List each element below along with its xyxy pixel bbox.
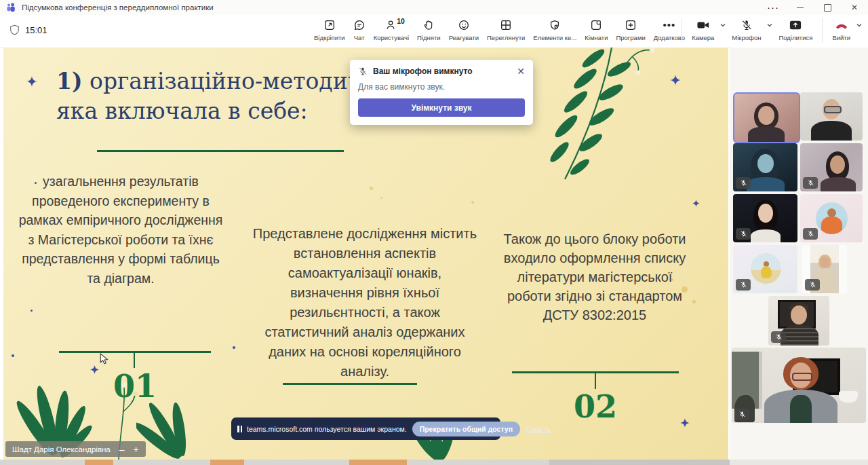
gold-speckle: [471, 201, 474, 204]
mic-muted-notification: Ваш мікрофон вимкнуто ✕ Для вас вимкнуто…: [350, 60, 533, 125]
pause-icon: [237, 426, 242, 432]
participant-tile-9[interactable]: [768, 296, 829, 346]
window-more-button[interactable]: ···: [760, 0, 787, 15]
hangup-icon: [834, 18, 849, 32]
slide-heading-number: 1): [56, 68, 83, 94]
glasses: [824, 106, 842, 113]
chat-icon: [353, 18, 366, 32]
maximize-icon: [824, 4, 831, 12]
mic-muted-badge: [736, 279, 751, 291]
unmute-button[interactable]: Увімкнути звук: [358, 98, 525, 117]
zoom-in-button[interactable]: +: [134, 445, 139, 454]
participant-tile-7[interactable]: [733, 245, 797, 293]
participant-tile-2[interactable]: [800, 92, 863, 141]
smiley-icon: [458, 18, 470, 32]
lamp: [839, 391, 858, 403]
participant-tile-6[interactable]: [800, 194, 863, 242]
share-screen-icon: [789, 18, 802, 32]
sparkle-dot: [233, 346, 235, 349]
notification-message: Для вас вимкнуто звук.: [358, 82, 525, 92]
mic-muted-badge: [803, 177, 818, 189]
meeting-toolbar: 15:01 Відкріпити Чат 10 Користува: [0, 15, 868, 48]
camera-chevron[interactable]: [719, 18, 726, 32]
toolbar-divider: [822, 18, 823, 43]
slide-column-2-text: Представлене дослідження містить встанов…: [252, 224, 478, 382]
stop-sharing-button[interactable]: Прекратить общий доступ: [412, 422, 520, 436]
slide-column-1-text: узагальнення результатів проведеного екс…: [14, 172, 227, 288]
camera-icon: [696, 18, 710, 32]
leave-chevron[interactable]: [856, 18, 863, 32]
sparkle-dot: [12, 354, 14, 357]
glasses: [792, 373, 812, 381]
zoom-out-button[interactable]: –: [119, 445, 125, 454]
breakout-rooms-icon: [590, 18, 602, 32]
participant-tile-3[interactable]: [733, 143, 797, 191]
sparkle-icon: [680, 418, 690, 428]
toolbar-item-apps[interactable]: Програми: [612, 18, 649, 41]
notification-close-button[interactable]: ✕: [517, 67, 525, 76]
sparkle-icon: [692, 200, 700, 207]
column-3-number: 02: [512, 388, 679, 425]
participant-tile-10[interactable]: [732, 348, 866, 423]
gold-speckle: [370, 187, 373, 190]
toolbar-item-raise-hand[interactable]: Підняти: [413, 18, 445, 41]
mouse-cursor: [99, 353, 108, 365]
participant-tile-5[interactable]: [733, 194, 797, 242]
window-maximize-button[interactable]: [814, 0, 841, 15]
leave-button[interactable]: Вийти: [828, 18, 854, 41]
mic-muted-badge: [734, 409, 749, 420]
participant-tile-1[interactable]: [733, 92, 800, 143]
participant-tile-8[interactable]: [802, 245, 847, 293]
toolbar-center-group: Відкріпити Чат 10 Користувачі Підняти: [310, 18, 689, 41]
slide-heading-line2: яка включала в себе:: [56, 98, 308, 124]
toolbar-item-control-elements[interactable]: Елементи ке...: [529, 18, 580, 41]
toolbar-item-people[interactable]: 10 Користувачі: [370, 18, 413, 41]
participant-tile-4[interactable]: [800, 143, 863, 191]
window-minimize-button[interactable]: [787, 0, 814, 15]
slide-column-3-text: Також до цього блоку роботи входило офор…: [496, 229, 694, 324]
toolbar-item-rooms[interactable]: Кімнати: [580, 18, 612, 41]
share-banner-text: teams.microsoft.com пользуется вашим экр…: [247, 425, 407, 433]
background-window-strip: [0, 460, 868, 465]
toolbar-item-chat[interactable]: Чат: [349, 18, 370, 41]
toolbar-item-view[interactable]: Переглянути: [483, 18, 529, 41]
toolbar-divider: [682, 18, 682, 43]
people-icon: 10: [385, 18, 397, 32]
presenter-name: Шадт Дарія Олександрівна: [12, 445, 111, 453]
share-button[interactable]: Поділитися: [774, 18, 816, 41]
mic-muted-badge: [803, 228, 818, 240]
microphone-chevron[interactable]: [766, 18, 773, 32]
minimize-icon: [797, 7, 804, 8]
window-close-button[interactable]: ✕: [841, 0, 868, 15]
mic-muted-badge: [805, 279, 820, 291]
profile-avatar: [816, 202, 848, 234]
microphone-button[interactable]: Мікрофон: [728, 18, 765, 41]
teams-meeting-window: Підсумкова конференція з переддипломної …: [0, 0, 868, 465]
meeting-elapsed-time: 15:01: [25, 25, 47, 35]
profile-avatar: [751, 253, 781, 284]
toolbar-item-react[interactable]: Реагувати: [445, 18, 483, 41]
toolbar-item-unpin[interactable]: Відкріпити: [310, 18, 349, 41]
camera-button[interactable]: Камера: [688, 18, 718, 41]
column-3-divider-tick: [595, 371, 596, 389]
hide-banner-link[interactable]: Скрыть: [526, 425, 551, 433]
slide-heading: 1) організаційно-методичн яка включала в…: [56, 67, 377, 126]
teams-logo-icon: [6, 3, 16, 12]
window-title: Підсумкова конференція з переддипломної …: [22, 3, 214, 12]
participants-count: 10: [397, 17, 405, 25]
column-1-divider: [59, 351, 211, 353]
slide-heading-text: організаційно-методичн: [83, 68, 378, 94]
toolbar-right-group: Камера Мікрофон Поділитися: [676, 18, 864, 43]
sparkle-icon: [26, 76, 37, 87]
leaf-branch-decoration: [526, 48, 675, 189]
meeting-timer: 15:01: [9, 24, 47, 35]
column-1-divider-tick: [134, 351, 135, 368]
window-titlebar: Підсумкова конференція з переддипломної …: [0, 0, 868, 16]
heading-underline: [97, 150, 344, 152]
mic-muted-icon: [358, 67, 368, 76]
apps-plus-icon: [625, 18, 637, 32]
more-dots-icon: •••: [663, 18, 676, 32]
open-window-icon: [323, 18, 336, 32]
sparkle-dot: [31, 310, 33, 312]
participants-sidebar: [730, 48, 868, 460]
